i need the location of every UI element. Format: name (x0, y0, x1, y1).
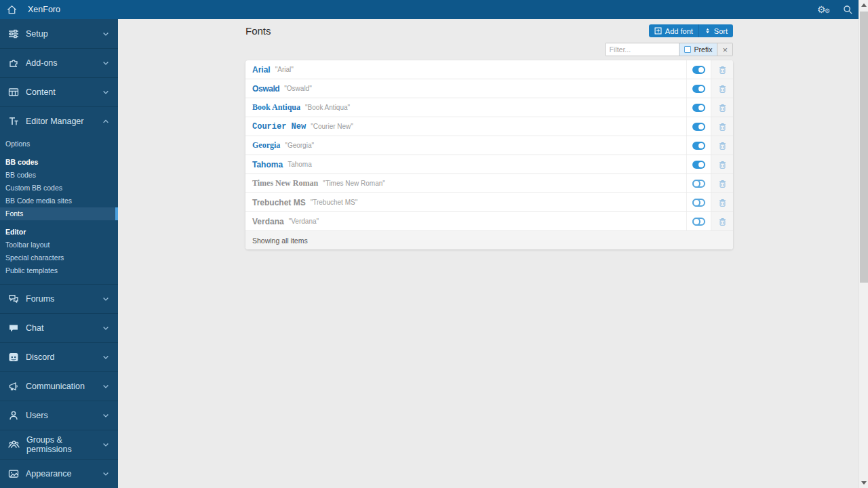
sidebar-item-users[interactable]: Users (0, 401, 118, 430)
submenu-item-toolbar-layout[interactable]: Toolbar layout (0, 239, 118, 251)
delete-cell[interactable] (711, 117, 733, 136)
scroll-up-arrow-icon[interactable] (859, 0, 868, 11)
trash-icon (718, 141, 727, 150)
font-name[interactable]: Courier New (252, 122, 306, 131)
font-name[interactable]: Georgia (252, 140, 280, 150)
prefix-checkbox[interactable] (684, 46, 691, 53)
sidebar-item-forums[interactable]: Forums (0, 284, 118, 313)
chevron-down-icon (102, 441, 110, 449)
font-family-value: Tahoma (288, 161, 312, 168)
font-name[interactable]: Oswald (252, 84, 279, 94)
enable-toggle[interactable] (692, 104, 705, 112)
font-name[interactable]: Verdana (252, 217, 284, 226)
submenu-item-bb-code-media-sites[interactable]: BB Code media sites (0, 195, 118, 207)
trash-icon (718, 217, 727, 226)
enable-toggle[interactable] (692, 142, 705, 150)
editor-manager-icon (8, 116, 19, 127)
font-row-trebuchet-ms: Trebuchet MS "Trebuchet MS" (245, 193, 733, 212)
sidebar-item-content[interactable]: Content (0, 77, 118, 106)
font-name[interactable]: Tahoma (252, 160, 283, 169)
prefix-toggle[interactable]: Prefix (679, 43, 717, 56)
trash-icon (718, 122, 727, 131)
font-link[interactable]: Times New Roman "Times New Roman" (245, 174, 686, 192)
main-content: Fonts Add font Sort (245, 19, 733, 249)
sidebar-item-label: Users (26, 411, 102, 420)
sidebar-item-setup[interactable]: Setup (0, 19, 118, 48)
sidebar-item-label: Communication (26, 382, 102, 391)
chevron-down-icon (102, 88, 110, 96)
toggle-cell (686, 212, 711, 230)
home-icon[interactable] (7, 5, 17, 15)
delete-cell[interactable] (711, 79, 733, 98)
delete-cell[interactable] (711, 136, 733, 155)
delete-cell[interactable] (711, 174, 733, 192)
scrollbar-thumb[interactable] (860, 12, 868, 283)
sidebar-item-appearance[interactable]: Appearance (0, 459, 118, 488)
discord-icon (8, 352, 19, 363)
toggle-cell (686, 193, 711, 211)
filter-bar: Prefix × (245, 43, 733, 56)
scroll-down-arrow-icon[interactable] (859, 477, 868, 488)
delete-cell[interactable] (711, 212, 733, 230)
font-link[interactable]: Trebuchet MS "Trebuchet MS" (245, 193, 686, 211)
sidebar-item-label: Groups & permissions (26, 435, 102, 454)
settings-cogs-icon[interactable]: ⚙⚙ (817, 3, 833, 16)
sidebar-item-discord[interactable]: Discord (0, 342, 118, 371)
font-family-value: "Times New Roman" (323, 180, 385, 187)
font-link[interactable]: Oswald "Oswald" (245, 79, 686, 98)
filter-clear-button[interactable]: × (717, 43, 732, 56)
filter-input[interactable] (606, 43, 679, 56)
submenu-item-fonts[interactable]: Fonts (0, 207, 118, 220)
enable-toggle[interactable] (692, 161, 705, 169)
delete-cell[interactable] (711, 155, 733, 174)
sidebar-item-label: Appearance (26, 469, 102, 479)
table-icon (8, 87, 19, 98)
font-link[interactable]: Verdana "Verdana" (245, 212, 686, 230)
enable-toggle[interactable] (692, 85, 705, 93)
chevron-down-icon (102, 411, 110, 420)
enable-toggle[interactable] (692, 66, 705, 74)
search-icon[interactable] (843, 5, 853, 15)
submenu-item-bb-codes[interactable]: BB codes (0, 169, 118, 182)
toggle-cell (686, 117, 711, 136)
sort-icon (705, 27, 711, 35)
brand-title[interactable]: XenForo (28, 5, 60, 14)
trash-icon (718, 65, 727, 75)
font-name[interactable]: Times New Roman (252, 178, 318, 188)
font-link[interactable]: Tahoma Tahoma (245, 155, 686, 174)
submenu-item-public-templates[interactable]: Public templates (0, 264, 118, 277)
toggle-cell (686, 60, 711, 79)
font-name[interactable]: Trebuchet MS (252, 198, 306, 207)
vertical-scrollbar[interactable] (859, 0, 868, 488)
chevron-down-icon (102, 295, 110, 303)
enable-toggle[interactable] (692, 199, 705, 207)
font-name[interactable]: Book Antiqua (252, 102, 300, 113)
enable-toggle[interactable] (692, 180, 705, 188)
sidebar-item-label: Content (26, 87, 102, 97)
delete-cell[interactable] (711, 60, 733, 79)
enable-toggle[interactable] (692, 218, 705, 226)
page-title: Fonts (245, 25, 271, 37)
delete-cell[interactable] (711, 193, 733, 211)
font-link[interactable]: Arial "Arial" (245, 60, 686, 79)
submenu-item-options[interactable]: Options (0, 138, 118, 150)
add-font-button[interactable]: Add font (649, 24, 698, 37)
sidebar-item-editor-manager[interactable]: Editor Manager (0, 106, 118, 136)
delete-cell[interactable] (711, 98, 733, 117)
chevron-down-icon (102, 353, 110, 361)
enable-toggle[interactable] (692, 123, 705, 131)
font-link[interactable]: Courier New "Courier New" (245, 117, 686, 136)
font-link[interactable]: Book Antiqua "Book Antiqua" (245, 98, 686, 117)
font-link[interactable]: Georgia "Georgia" (245, 136, 686, 155)
sidebar-item-addons[interactable]: Add-ons (0, 48, 118, 77)
sidebar-item-communication[interactable]: Communication (0, 371, 118, 401)
chevron-down-icon (102, 382, 110, 390)
font-name[interactable]: Arial (252, 65, 271, 75)
submenu-item-special-characters[interactable]: Special characters (0, 251, 118, 264)
submenu-item-custom-bb-codes[interactable]: Custom BB codes (0, 182, 118, 195)
toggle-cell (686, 79, 711, 98)
sidebar-item-chat[interactable]: Chat (0, 313, 118, 342)
sidebar-item-groups-permissions[interactable]: Groups & permissions (0, 430, 118, 459)
font-family-value: "Georgia" (285, 142, 314, 149)
sort-button[interactable]: Sort (698, 24, 733, 37)
